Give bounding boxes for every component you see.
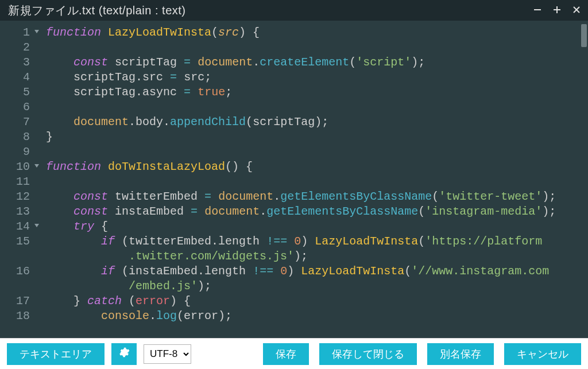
line-number: 3 [0,55,40,70]
line-number: 9 [0,145,40,160]
line-number: 4 [0,70,40,85]
encoding-select[interactable]: UTF-8 [144,344,191,364]
line-number: 15 [0,234,40,249]
code-line[interactable] [46,100,588,115]
line-number: 11 [0,174,40,189]
code-line[interactable]: .twitter.com/widgets.js'); [46,249,588,264]
line-number: 10 [0,160,40,174]
line-number: 8 [0,130,40,145]
code-line[interactable]: const scriptTag = document.createElement… [46,55,588,70]
cancel-button[interactable]: キャンセル [504,343,581,365]
code-line[interactable]: function LazyLoadTwInsta(src) { [46,25,588,40]
save-and-close-button[interactable]: 保存して閉じる [319,343,417,365]
minimize-button[interactable] [532,5,543,16]
line-number [0,279,40,294]
code-line[interactable] [46,145,588,160]
line-number: 14 [0,219,40,234]
title-bar: 新規ファイル.txt (text/plain : text) [0,0,588,21]
line-number [0,249,40,264]
code-editor[interactable]: 123456789101112131415161718 function Laz… [0,21,588,338]
line-number: 6 [0,100,40,115]
line-number: 2 [0,40,40,55]
window-title: 新規ファイル.txt (text/plain : text) [8,3,532,18]
fold-marker-icon[interactable] [34,164,39,168]
fold-marker-icon[interactable] [34,224,39,227]
code-line[interactable]: if (instaEmbed.length !== 0) LazyLoadTwI… [46,264,588,279]
bottom-toolbar: テキストエリア UTF-8 保存 保存して閉じる 別名保存 キャンセル [0,338,588,369]
window-controls [532,5,582,16]
code-line[interactable]: } catch (error) { [46,294,588,309]
code-line[interactable]: document.body.appendChild(scriptTag); [46,115,588,130]
line-number: 5 [0,85,40,100]
save-button[interactable]: 保存 [263,343,309,365]
maximize-button[interactable] [551,5,563,16]
code-line[interactable]: function doTwInstaLazyLoad() { [46,160,588,174]
text-area-button[interactable]: テキストエリア [7,343,105,365]
line-number: 12 [0,189,40,204]
save-as-button[interactable]: 別名保存 [427,343,494,365]
code-line[interactable]: if (twitterEmbed.length !== 0) LazyLoadT… [46,234,588,249]
code-line[interactable]: scriptTag.async = true; [46,85,588,100]
encoding-select-wrap: UTF-8 [144,344,191,364]
code-line[interactable]: const instaEmbed = document.getElementsB… [46,204,588,219]
vertical-scrollbar[interactable] [581,24,587,47]
gear-icon [118,347,130,361]
code-line[interactable]: scriptTag.src = src; [46,70,588,85]
settings-button[interactable] [111,343,137,365]
line-number: 16 [0,264,40,279]
code-area[interactable]: function LazyLoadTwInsta(src) { const sc… [40,21,588,338]
code-line[interactable] [46,174,588,189]
code-line[interactable]: try { [46,219,588,234]
line-number: 18 [0,309,40,324]
code-line[interactable]: /embed.js'); [46,279,588,294]
close-button[interactable] [571,5,582,16]
code-line[interactable]: const twitterEmbed = document.getElement… [46,189,588,204]
line-number-gutter: 123456789101112131415161718 [0,21,40,338]
toolbar-right-group: 保存 保存して閉じる 別名保存 キャンセル [263,343,581,365]
line-number: 17 [0,294,40,309]
line-number: 13 [0,204,40,219]
fold-marker-icon[interactable] [34,30,39,33]
line-number: 7 [0,115,40,130]
code-line[interactable]: console.log(error); [46,309,588,324]
code-line[interactable] [46,40,588,55]
code-line[interactable]: } [46,130,588,145]
line-number: 1 [0,25,40,40]
